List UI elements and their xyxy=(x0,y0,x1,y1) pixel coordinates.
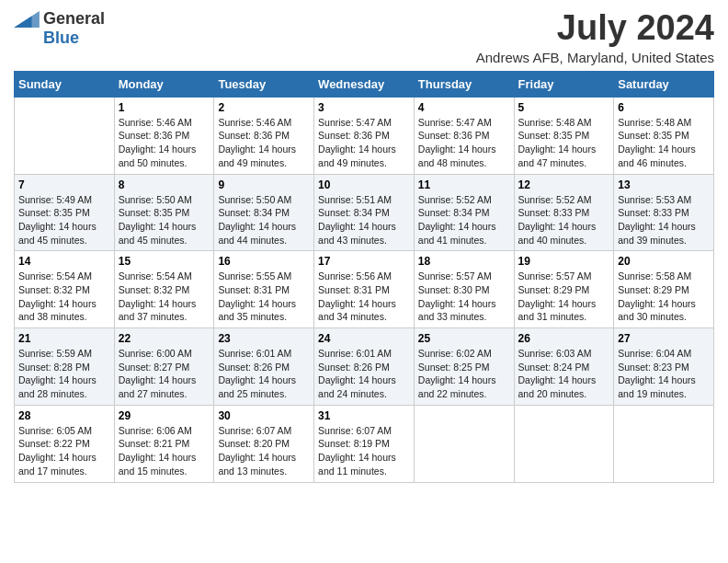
calendar-cell xyxy=(514,405,614,482)
day-details: Sunrise: 5:55 AM Sunset: 8:31 PM Dayligh… xyxy=(218,270,310,324)
day-number: 12 xyxy=(518,178,610,191)
day-details: Sunrise: 6:07 AM Sunset: 8:20 PM Dayligh… xyxy=(218,424,310,478)
day-number: 31 xyxy=(318,409,410,422)
calendar-week-1: 1Sunrise: 5:46 AM Sunset: 8:36 PM Daylig… xyxy=(15,97,714,174)
calendar-cell: 20Sunrise: 5:58 AM Sunset: 8:29 PM Dayli… xyxy=(614,251,714,328)
weekday-header-row: SundayMondayTuesdayWednesdayThursdayFrid… xyxy=(15,71,714,97)
day-number: 8 xyxy=(119,178,210,191)
page-header: General Blue July 2024 Andrews AFB, Mary… xyxy=(14,9,714,65)
calendar-cell xyxy=(414,405,514,482)
weekday-header-sunday: Sunday xyxy=(15,71,115,97)
calendar-table: SundayMondayTuesdayWednesdayThursdayFrid… xyxy=(14,71,714,483)
calendar-week-2: 7Sunrise: 5:49 AM Sunset: 8:35 PM Daylig… xyxy=(15,174,714,251)
day-details: Sunrise: 5:53 AM Sunset: 8:33 PM Dayligh… xyxy=(618,193,710,247)
calendar-cell: 4Sunrise: 5:47 AM Sunset: 8:36 PM Daylig… xyxy=(414,97,514,174)
day-number: 22 xyxy=(119,332,210,345)
logo-icon xyxy=(14,11,40,28)
day-details: Sunrise: 5:46 AM Sunset: 8:36 PM Dayligh… xyxy=(218,116,310,170)
calendar-cell: 24Sunrise: 6:01 AM Sunset: 8:26 PM Dayli… xyxy=(314,328,415,406)
day-details: Sunrise: 5:56 AM Sunset: 8:31 PM Dayligh… xyxy=(318,270,410,324)
day-number: 24 xyxy=(318,332,410,345)
calendar-cell: 17Sunrise: 5:56 AM Sunset: 8:31 PM Dayli… xyxy=(314,251,415,328)
calendar-cell: 25Sunrise: 6:02 AM Sunset: 8:25 PM Dayli… xyxy=(414,328,514,406)
calendar-cell: 18Sunrise: 5:57 AM Sunset: 8:30 PM Dayli… xyxy=(414,251,514,328)
weekday-header-friday: Friday xyxy=(514,71,614,97)
calendar-cell: 13Sunrise: 5:53 AM Sunset: 8:33 PM Dayli… xyxy=(614,174,714,251)
day-details: Sunrise: 6:03 AM Sunset: 8:24 PM Dayligh… xyxy=(518,347,610,401)
day-number: 25 xyxy=(418,332,510,345)
day-details: Sunrise: 5:58 AM Sunset: 8:29 PM Dayligh… xyxy=(618,270,710,324)
day-number: 11 xyxy=(418,178,510,191)
day-details: Sunrise: 5:48 AM Sunset: 8:35 PM Dayligh… xyxy=(618,116,710,170)
day-details: Sunrise: 6:05 AM Sunset: 8:22 PM Dayligh… xyxy=(18,424,110,478)
calendar-cell: 29Sunrise: 6:06 AM Sunset: 8:21 PM Dayli… xyxy=(114,405,214,482)
logo-blue-text: Blue xyxy=(43,29,79,48)
day-number: 9 xyxy=(218,178,310,191)
calendar-cell: 23Sunrise: 6:01 AM Sunset: 8:26 PM Dayli… xyxy=(214,328,314,406)
calendar-cell: 31Sunrise: 6:07 AM Sunset: 8:19 PM Dayli… xyxy=(314,405,415,482)
day-details: Sunrise: 6:07 AM Sunset: 8:19 PM Dayligh… xyxy=(318,424,410,478)
location-title: Andrews AFB, Maryland, United States xyxy=(476,50,714,65)
calendar-cell: 9Sunrise: 5:50 AM Sunset: 8:34 PM Daylig… xyxy=(214,174,314,251)
calendar-cell: 28Sunrise: 6:05 AM Sunset: 8:22 PM Dayli… xyxy=(15,405,115,482)
day-number: 6 xyxy=(618,101,710,114)
calendar-cell: 30Sunrise: 6:07 AM Sunset: 8:20 PM Dayli… xyxy=(214,405,314,482)
weekday-header-thursday: Thursday xyxy=(414,71,514,97)
day-number: 27 xyxy=(618,332,710,345)
logo: General Blue xyxy=(14,9,105,48)
day-details: Sunrise: 6:04 AM Sunset: 8:23 PM Dayligh… xyxy=(618,347,710,401)
day-details: Sunrise: 5:50 AM Sunset: 8:34 PM Dayligh… xyxy=(218,193,310,247)
day-details: Sunrise: 6:00 AM Sunset: 8:27 PM Dayligh… xyxy=(119,347,210,401)
day-number: 29 xyxy=(119,409,210,422)
calendar-cell: 10Sunrise: 5:51 AM Sunset: 8:34 PM Dayli… xyxy=(314,174,415,251)
calendar-cell: 11Sunrise: 5:52 AM Sunset: 8:34 PM Dayli… xyxy=(414,174,514,251)
day-number: 3 xyxy=(318,101,410,114)
calendar-cell: 19Sunrise: 5:57 AM Sunset: 8:29 PM Dayli… xyxy=(514,251,614,328)
day-number: 14 xyxy=(18,255,110,268)
calendar-cell: 3Sunrise: 5:47 AM Sunset: 8:36 PM Daylig… xyxy=(314,97,415,174)
calendar-cell: 2Sunrise: 5:46 AM Sunset: 8:36 PM Daylig… xyxy=(214,97,314,174)
calendar-week-4: 21Sunrise: 5:59 AM Sunset: 8:28 PM Dayli… xyxy=(15,328,714,406)
calendar-week-5: 28Sunrise: 6:05 AM Sunset: 8:22 PM Dayli… xyxy=(15,405,714,482)
day-number: 10 xyxy=(318,178,410,191)
day-details: Sunrise: 5:47 AM Sunset: 8:36 PM Dayligh… xyxy=(418,116,510,170)
day-details: Sunrise: 5:52 AM Sunset: 8:34 PM Dayligh… xyxy=(418,193,510,247)
day-details: Sunrise: 5:48 AM Sunset: 8:35 PM Dayligh… xyxy=(518,116,610,170)
day-details: Sunrise: 5:52 AM Sunset: 8:33 PM Dayligh… xyxy=(518,193,610,247)
day-details: Sunrise: 5:49 AM Sunset: 8:35 PM Dayligh… xyxy=(18,193,110,247)
day-number: 4 xyxy=(418,101,510,114)
day-details: Sunrise: 5:59 AM Sunset: 8:28 PM Dayligh… xyxy=(18,347,110,401)
day-number: 30 xyxy=(218,409,310,422)
weekday-header-saturday: Saturday xyxy=(614,71,714,97)
day-number: 5 xyxy=(518,101,610,114)
day-number: 21 xyxy=(18,332,110,345)
day-number: 7 xyxy=(18,178,110,191)
day-details: Sunrise: 5:54 AM Sunset: 8:32 PM Dayligh… xyxy=(18,270,110,324)
calendar-cell: 14Sunrise: 5:54 AM Sunset: 8:32 PM Dayli… xyxy=(15,251,115,328)
calendar-cell: 5Sunrise: 5:48 AM Sunset: 8:35 PM Daylig… xyxy=(514,97,614,174)
day-details: Sunrise: 6:01 AM Sunset: 8:26 PM Dayligh… xyxy=(318,347,410,401)
calendar-cell: 26Sunrise: 6:03 AM Sunset: 8:24 PM Dayli… xyxy=(514,328,614,406)
calendar-body: 1Sunrise: 5:46 AM Sunset: 8:36 PM Daylig… xyxy=(15,97,714,482)
calendar-cell: 27Sunrise: 6:04 AM Sunset: 8:23 PM Dayli… xyxy=(614,328,714,406)
day-details: Sunrise: 6:01 AM Sunset: 8:26 PM Dayligh… xyxy=(218,347,310,401)
calendar-cell: 22Sunrise: 6:00 AM Sunset: 8:27 PM Dayli… xyxy=(114,328,214,406)
day-details: Sunrise: 5:50 AM Sunset: 8:35 PM Dayligh… xyxy=(119,193,210,247)
day-number: 23 xyxy=(218,332,310,345)
day-number: 28 xyxy=(18,409,110,422)
calendar-cell: 16Sunrise: 5:55 AM Sunset: 8:31 PM Dayli… xyxy=(214,251,314,328)
calendar-cell: 12Sunrise: 5:52 AM Sunset: 8:33 PM Dayli… xyxy=(514,174,614,251)
day-number: 13 xyxy=(618,178,710,191)
day-details: Sunrise: 5:51 AM Sunset: 8:34 PM Dayligh… xyxy=(318,193,410,247)
calendar-cell: 15Sunrise: 5:54 AM Sunset: 8:32 PM Dayli… xyxy=(114,251,214,328)
calendar-cell xyxy=(614,405,714,482)
day-number: 20 xyxy=(618,255,710,268)
logo-general-text: General xyxy=(43,9,105,29)
day-number: 15 xyxy=(119,255,210,268)
day-details: Sunrise: 5:46 AM Sunset: 8:36 PM Dayligh… xyxy=(119,116,210,170)
month-title: July 2024 xyxy=(476,9,714,48)
weekday-header-tuesday: Tuesday xyxy=(214,71,314,97)
day-details: Sunrise: 5:47 AM Sunset: 8:36 PM Dayligh… xyxy=(318,116,410,170)
day-number: 17 xyxy=(318,255,410,268)
day-details: Sunrise: 5:57 AM Sunset: 8:29 PM Dayligh… xyxy=(518,270,610,324)
